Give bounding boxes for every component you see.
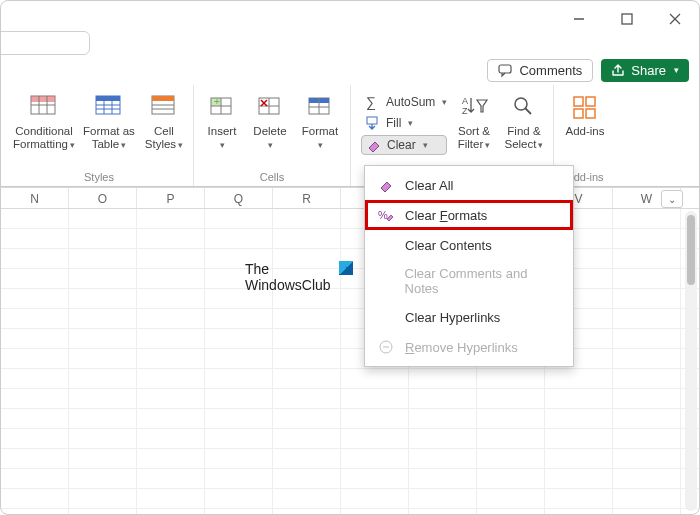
clear-label: Clear	[387, 138, 416, 152]
minimize-button[interactable]	[569, 9, 589, 29]
collapse-ribbon-button[interactable]: ⌄	[661, 190, 683, 208]
menu-clear-hyperlinks[interactable]: Clear Hyperlinks	[365, 302, 573, 332]
fill-down-icon	[365, 115, 381, 131]
autosum-button[interactable]: ∑ AutoSum▾	[361, 93, 447, 111]
comments-label: Comments	[519, 63, 582, 78]
share-label: Share	[631, 63, 666, 78]
fill-label: Fill	[386, 116, 401, 130]
conditional-formatting-label-2: Formatting	[13, 138, 68, 150]
svg-line-39	[525, 108, 531, 114]
clear-dropdown-menu: Clear All % Clear Formats Clear Contents…	[364, 165, 574, 367]
watermark-line-1: The	[245, 261, 269, 277]
svg-rect-1	[622, 14, 632, 24]
chevron-down-icon: ▾	[70, 140, 75, 150]
chevron-down-icon: ▾	[674, 65, 679, 75]
svg-rect-40	[574, 97, 583, 106]
comment-icon	[498, 63, 513, 78]
find-select-label-1: Find &	[507, 125, 540, 137]
close-button[interactable]	[665, 9, 685, 29]
svg-rect-42	[574, 109, 583, 118]
svg-rect-17	[152, 96, 174, 101]
svg-rect-6	[31, 96, 55, 102]
format-label: Format	[302, 125, 338, 137]
column-header[interactable]: P	[137, 188, 205, 208]
share-button[interactable]: Share ▾	[601, 59, 689, 82]
blank-icon	[377, 272, 395, 290]
tab-stub[interactable]	[0, 31, 90, 55]
column-header-row: N O P Q R S T U V W ⌄	[1, 187, 699, 209]
menu-clear-formats-label: Clear Formats	[405, 208, 487, 223]
menu-clear-comments: Clear Comments and Notes	[365, 260, 573, 302]
subbar: Comments Share ▾	[1, 55, 699, 85]
format-cells-icon	[304, 91, 336, 123]
svg-text:∑: ∑	[366, 94, 376, 110]
window-titlebar	[1, 1, 699, 37]
comments-button[interactable]: Comments	[487, 59, 593, 82]
addins-icon	[569, 91, 601, 123]
cell-styles-icon	[148, 91, 180, 123]
conditional-formatting-button[interactable]: ConditionalFormatting▾	[11, 89, 77, 169]
insert-cells-icon: +	[206, 91, 238, 123]
styles-group-label: Styles	[84, 169, 114, 186]
eraser-icon	[366, 137, 382, 153]
fill-button[interactable]: Fill▾	[361, 114, 447, 132]
share-icon	[611, 63, 625, 77]
clear-button[interactable]: Clear▾	[361, 135, 447, 155]
column-header[interactable]: N	[1, 188, 69, 208]
clear-formats-icon: %	[377, 206, 395, 224]
conditional-formatting-icon	[28, 91, 60, 123]
conditional-formatting-label-1: Conditional	[15, 125, 73, 137]
ribbon-group-styles: ConditionalFormatting▾ Format asTable▾ C…	[5, 85, 194, 186]
cell-styles-button[interactable]: CellStyles▾	[141, 89, 187, 169]
scrollbar-thumb[interactable]	[687, 215, 695, 285]
delete-cells-button[interactable]: Delete▾	[248, 89, 292, 169]
chevron-down-icon: ▾	[220, 140, 225, 150]
find-select-button[interactable]: Find &Select▾	[501, 89, 547, 169]
chevron-down-icon: ▾	[121, 140, 126, 150]
svg-text:%: %	[378, 209, 388, 221]
sort-filter-label-1: Sort &	[458, 125, 490, 137]
cell-styles-label-1: Cell	[154, 125, 174, 137]
addins-button[interactable]: Add-ins	[560, 89, 610, 169]
chevron-down-icon: ▾	[538, 140, 543, 150]
format-as-table-button[interactable]: Format asTable▾	[81, 89, 137, 169]
windowsclub-logo-icon	[339, 261, 353, 275]
addins-label: Add-ins	[565, 125, 604, 137]
worksheet-grid[interactable]: The WindowsClub	[1, 209, 699, 515]
vertical-scrollbar[interactable]	[685, 211, 697, 511]
insert-cells-button[interactable]: + Insert▾	[200, 89, 244, 169]
chevron-down-icon: ▾	[178, 140, 183, 150]
svg-text:+: +	[214, 96, 220, 107]
chevron-down-icon: ▾	[485, 140, 490, 150]
blank-icon	[377, 308, 395, 326]
eraser-icon	[377, 176, 395, 194]
svg-rect-4	[499, 65, 511, 73]
chevron-down-icon: ▾	[423, 140, 428, 150]
remove-hyperlink-icon	[377, 338, 395, 356]
column-header[interactable]: R	[273, 188, 341, 208]
svg-rect-41	[586, 97, 595, 106]
autosum-label: AutoSum	[386, 95, 435, 109]
find-select-label-2: Select	[504, 138, 536, 150]
blank-icon	[377, 236, 395, 254]
chevron-down-icon: ▾	[408, 118, 413, 128]
watermark: The WindowsClub	[245, 261, 331, 293]
menu-clear-contents-label: Clear Contents	[405, 238, 492, 253]
ribbon: ConditionalFormatting▾ Format asTable▾ C…	[1, 85, 699, 187]
svg-rect-35	[367, 117, 377, 124]
delete-cells-icon	[254, 91, 286, 123]
sort-filter-button[interactable]: AZ Sort &Filter▾	[451, 89, 497, 169]
delete-label: Delete	[253, 125, 286, 137]
menu-clear-formats[interactable]: % Clear Formats	[365, 200, 573, 230]
maximize-button[interactable]	[617, 9, 637, 29]
column-header[interactable]: Q	[205, 188, 273, 208]
sort-filter-label-2: Filter	[458, 138, 484, 150]
menu-clear-all-label: Clear All	[405, 178, 453, 193]
chevron-down-icon: ▾	[268, 140, 273, 150]
svg-rect-43	[586, 109, 595, 118]
svg-text:Z: Z	[462, 106, 468, 116]
menu-clear-all[interactable]: Clear All	[365, 170, 573, 200]
menu-clear-contents[interactable]: Clear Contents	[365, 230, 573, 260]
format-cells-button[interactable]: Format▾	[296, 89, 344, 169]
column-header[interactable]: O	[69, 188, 137, 208]
